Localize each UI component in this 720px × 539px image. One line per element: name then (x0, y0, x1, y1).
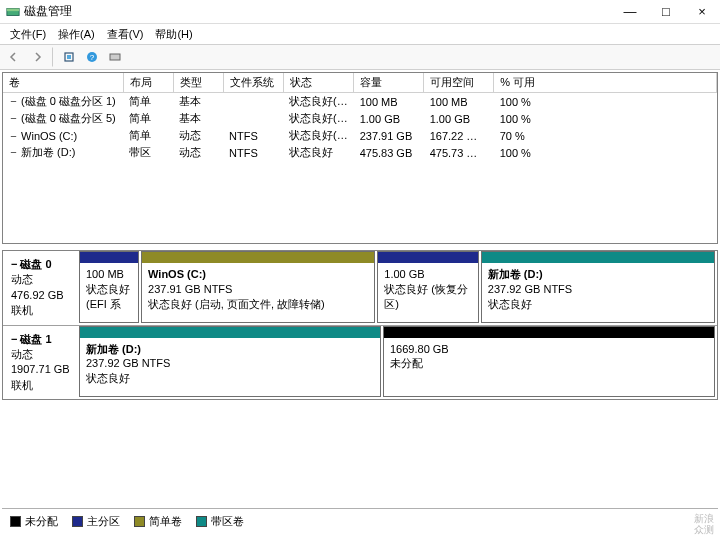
table-row[interactable]: − WinOS (C:)简单动态NTFS状态良好(…237.91 GB167.2… (3, 127, 717, 144)
disk-label[interactable]: − 磁盘 0动态476.92 GB联机 (3, 251, 79, 325)
settings-icon[interactable] (105, 47, 125, 67)
table-row[interactable]: − 新加卷 (D:)带区动态NTFS状态良好475.83 GB475.73 …1… (3, 144, 717, 161)
menubar: 文件(F) 操作(A) 查看(V) 帮助(H) (0, 24, 720, 44)
separator (52, 47, 54, 67)
col-capacity[interactable]: 容量 (354, 73, 424, 93)
back-button[interactable] (4, 47, 24, 67)
col-type[interactable]: 类型 (173, 73, 223, 93)
swatch-unallocated (10, 516, 21, 527)
window-title: 磁盘管理 (24, 3, 612, 20)
refresh-button[interactable] (59, 47, 79, 67)
partition[interactable]: WinOS (C:)237.91 GB NTFS状态良好 (启动, 页面文件, … (141, 251, 375, 323)
menu-view[interactable]: 查看(V) (101, 25, 150, 44)
col-status[interactable]: 状态 (283, 73, 354, 93)
volume-icon: − (9, 95, 18, 107)
close-button[interactable]: × (684, 1, 720, 23)
app-icon (6, 5, 20, 19)
legend: 未分配 主分区 简单卷 带区卷 (2, 508, 718, 532)
svg-rect-3 (67, 55, 71, 59)
partition[interactable]: 1.00 GB状态良好 (恢复分区) (377, 251, 479, 323)
swatch-simple (134, 516, 145, 527)
svg-rect-1 (7, 8, 19, 11)
partition[interactable]: 新加卷 (D:)237.92 GB NTFS状态良好 (79, 326, 381, 398)
partition[interactable]: 100 MB状态良好 (EFI 系 (79, 251, 139, 323)
col-fs[interactable]: 文件系统 (223, 73, 283, 93)
volume-table: 卷 布局 类型 文件系统 状态 容量 可用空间 % 可用 − (磁盘 0 磁盘分… (2, 72, 718, 244)
menu-file[interactable]: 文件(F) (4, 25, 52, 44)
disk-row: − 磁盘 1动态1907.71 GB联机新加卷 (D:)237.92 GB NT… (3, 326, 717, 400)
partition[interactable]: 新加卷 (D:)237.92 GB NTFS状态良好 (481, 251, 715, 323)
partition-color-bar (384, 327, 714, 338)
table-row[interactable]: − (磁盘 0 磁盘分区 1)简单基本状态良好(…100 MB100 MB100… (3, 93, 717, 111)
svg-rect-6 (110, 54, 120, 60)
forward-button[interactable] (27, 47, 47, 67)
col-layout[interactable]: 布局 (123, 73, 173, 93)
volume-icon: − (9, 112, 18, 124)
swatch-primary (72, 516, 83, 527)
table-header-row: 卷 布局 类型 文件系统 状态 容量 可用空间 % 可用 (3, 73, 717, 93)
legend-unallocated: 未分配 (10, 514, 58, 529)
volume-icon: − (9, 146, 18, 158)
disk-label[interactable]: − 磁盘 1动态1907.71 GB联机 (3, 326, 79, 400)
help-icon[interactable]: ? (82, 47, 102, 67)
col-pct[interactable]: % 可用 (494, 73, 717, 93)
disk-graphic-panel: − 磁盘 0动态476.92 GB联机100 MB状态良好 (EFI 系WinO… (2, 250, 718, 400)
titlebar: 磁盘管理 — □ × (0, 0, 720, 24)
col-free[interactable]: 可用空间 (424, 73, 494, 93)
swatch-stripe (196, 516, 207, 527)
table-row[interactable]: − (磁盘 0 磁盘分区 5)简单基本状态良好(…1.00 GB1.00 GB1… (3, 110, 717, 127)
menu-action[interactable]: 操作(A) (52, 25, 101, 44)
partition[interactable]: 1669.80 GB未分配 (383, 326, 715, 398)
partition-color-bar (80, 252, 138, 263)
disk-row: − 磁盘 0动态476.92 GB联机100 MB状态良好 (EFI 系WinO… (3, 251, 717, 326)
toolbar: ? (0, 44, 720, 70)
partition-color-bar (482, 252, 714, 263)
minimize-button[interactable]: — (612, 1, 648, 23)
col-volume[interactable]: 卷 (3, 73, 123, 93)
partition-color-bar (378, 252, 478, 263)
maximize-button[interactable]: □ (648, 1, 684, 23)
volume-icon: − (9, 130, 18, 142)
legend-stripe: 带区卷 (196, 514, 244, 529)
partition-color-bar (80, 327, 380, 338)
partition-color-bar (142, 252, 374, 263)
watermark: 新浪 众测 (694, 513, 714, 535)
menu-help[interactable]: 帮助(H) (149, 25, 198, 44)
legend-simple: 简单卷 (134, 514, 182, 529)
svg-text:?: ? (90, 53, 95, 62)
legend-primary: 主分区 (72, 514, 120, 529)
